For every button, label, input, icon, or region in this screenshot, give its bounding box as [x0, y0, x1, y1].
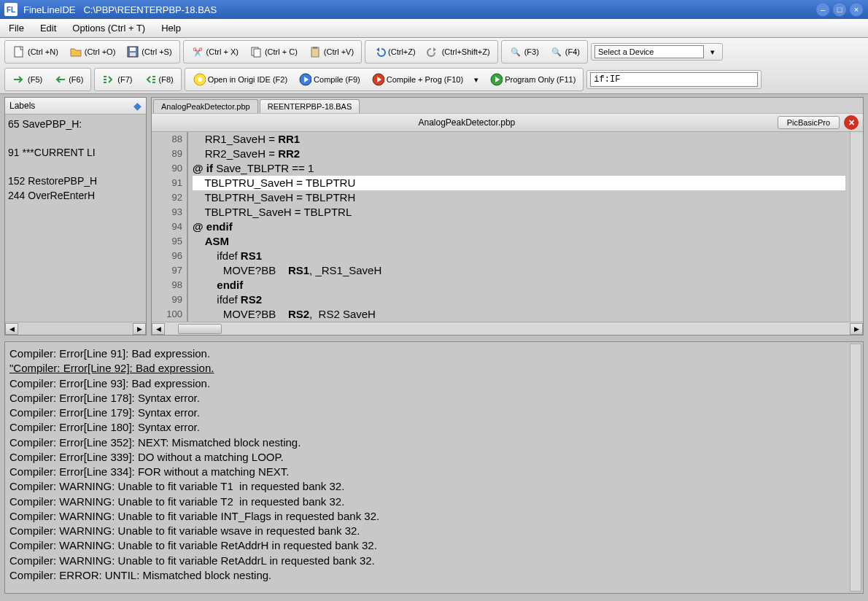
- tab-analog[interactable]: AnalogPeakDetector.pbp: [153, 99, 258, 113]
- code-line[interactable]: TBLPTRU_SaveH = TBLPTRU: [193, 176, 845, 190]
- output-line[interactable]: Compiler: ERROR: UNTIL: Mismatched block…: [9, 568, 859, 583]
- labels-row[interactable]: 152 RestorePBP_H: [8, 174, 143, 189]
- new-button[interactable]: (Ctrl +N): [8, 42, 63, 61]
- language-button[interactable]: PicBasicPro: [778, 116, 840, 129]
- labels-panel: Labels◆ 65 SavePBP_H: 91 ***CURRENT LI 1…: [4, 97, 147, 336]
- output-vscrollbar[interactable]: [850, 344, 861, 592]
- dropdown-arrow-icon[interactable]: ▾: [470, 73, 483, 86]
- output-line[interactable]: Compiler: WARNING: Unable to fit variabl…: [9, 495, 859, 509]
- editor-vscrollbar[interactable]: [850, 132, 863, 322]
- f8-button[interactable]: (F8): [139, 70, 178, 89]
- output-line[interactable]: Compiler: WARNING: Unable to fit variabl…: [9, 538, 859, 553]
- code-line[interactable]: TBLPTRL_SaveH = TBLPTRL: [193, 205, 845, 220]
- paste-button[interactable]: (Ctrl +V): [304, 42, 358, 61]
- compile-prog-button[interactable]: Compile + Prog (F10): [367, 70, 468, 89]
- output-line[interactable]: Compiler: Error[Line 352]: NEXT: Mismatc…: [9, 435, 859, 450]
- maximize-button[interactable]: □: [832, 2, 847, 17]
- search-icon: 🔍: [509, 45, 522, 58]
- new-file-icon: [12, 45, 26, 58]
- labels-row[interactable]: 91 ***CURRENT LI: [8, 146, 143, 160]
- menu-help[interactable]: Help: [158, 21, 184, 35]
- code-line[interactable]: ifdef RS2: [193, 292, 845, 307]
- code-line[interactable]: endif: [193, 278, 845, 292]
- search-next-icon: 🔍: [550, 45, 563, 58]
- menu-file[interactable]: File: [6, 21, 27, 35]
- labels-row[interactable]: [8, 160, 143, 175]
- save-icon: [126, 45, 139, 58]
- output-line[interactable]: Compiler: Error[Line 339]: DO without a …: [9, 450, 859, 465]
- scrollbar-thumb[interactable]: [178, 324, 222, 334]
- output-line[interactable]: Compiler: WARNING: Unable to fit variabl…: [9, 509, 859, 524]
- code-line[interactable]: MOVE?BB RS2, RS2 SaveH: [193, 307, 845, 322]
- labels-hscrollbar[interactable]: ◀▶: [5, 322, 146, 335]
- save-button[interactable]: (Ctrl +S): [122, 42, 176, 61]
- editor-hscrollbar[interactable]: ◀▶: [152, 322, 863, 335]
- scissors-icon: ✂️: [191, 45, 204, 58]
- labels-row[interactable]: 65 SavePBP_H:: [8, 117, 143, 132]
- minimize-button[interactable]: –: [815, 2, 830, 17]
- code-area[interactable]: RR1_SaveH = RR1 RR2_SaveH = RR2@ if Save…: [188, 132, 850, 322]
- menu-bar: File Edit Options (Ctrl + T) Help: [0, 19, 868, 38]
- bulb-icon: [193, 73, 206, 86]
- editor-header: AnalogPeakDetector.pbp PicBasicPro ✕: [152, 113, 863, 132]
- svg-rect-2: [130, 47, 136, 51]
- editor-close-button[interactable]: ✕: [844, 115, 859, 130]
- dropdown-icon[interactable]: ▾: [706, 45, 719, 58]
- redo-icon: [427, 45, 440, 58]
- app-logo: FL: [4, 3, 18, 16]
- code-line[interactable]: TBLPTRH_SaveH = TBLPTRH: [193, 190, 845, 205]
- indent-icon: [102, 73, 115, 86]
- f7-button[interactable]: (F7): [98, 70, 136, 89]
- menu-options[interactable]: Options (Ctrl + T): [69, 21, 148, 35]
- f6-button[interactable]: (F6): [49, 70, 88, 89]
- menu-edit[interactable]: Edit: [37, 21, 59, 35]
- find-next-button[interactable]: 🔍(F4): [546, 42, 584, 61]
- output-line[interactable]: "Compiler: Error[Line 92]: Bad expressio…: [9, 361, 859, 376]
- output-line[interactable]: Compiler: WARNING: Unable to fit variabl…: [9, 554, 859, 568]
- labels-header[interactable]: Labels◆: [5, 98, 146, 115]
- close-button[interactable]: ×: [849, 2, 864, 17]
- play-green-icon: [489, 73, 503, 86]
- code-line[interactable]: MOVE?BB RS1, _RS1_SaveH: [193, 263, 845, 278]
- code-line[interactable]: ASM: [193, 234, 845, 249]
- output-line[interactable]: Compiler: Error[Line 93]: Bad expression…: [9, 376, 859, 391]
- if-input[interactable]: [590, 72, 758, 87]
- scroll-right-button[interactable]: ▶: [850, 323, 863, 335]
- code-line[interactable]: RR2_SaveH = RR2: [193, 147, 845, 161]
- svg-rect-7: [313, 47, 317, 49]
- output-line[interactable]: Compiler: Error[Line 179]: Syntax error.: [9, 406, 859, 420]
- open-button[interactable]: (Ctrl +O): [65, 42, 120, 61]
- find-button[interactable]: 🔍(F3): [505, 42, 543, 61]
- cut-button[interactable]: ✂️(Ctrl + X): [187, 42, 243, 61]
- output-panel[interactable]: Compiler: Error[Line 91]: Bad expression…: [4, 341, 864, 594]
- compile-button[interactable]: Compile (F9): [294, 70, 365, 89]
- code-line[interactable]: ifdef RS1: [193, 249, 845, 263]
- output-line[interactable]: Compiler: WARNING: Unable to fit variabl…: [9, 479, 859, 494]
- code-line[interactable]: RR1_SaveH = RR1: [193, 132, 845, 147]
- f5-button[interactable]: (F5): [8, 70, 47, 89]
- scroll-left-button[interactable]: ◀: [5, 323, 18, 335]
- labels-row[interactable]: [8, 132, 143, 147]
- svg-point-9: [198, 77, 202, 82]
- svg-rect-3: [130, 53, 136, 56]
- open-origi-button[interactable]: Open in Origi IDE (F2): [188, 70, 292, 89]
- output-line[interactable]: Compiler: Error[Line 334]: FOR without a…: [9, 465, 859, 479]
- labels-list[interactable]: 65 SavePBP_H: 91 ***CURRENT LI 152 Resto…: [5, 115, 146, 322]
- code-line[interactable]: @ if Save_TBLPTR == 1: [193, 161, 845, 176]
- output-line[interactable]: Compiler: Error[Line 180]: Syntax error.: [9, 420, 859, 435]
- output-line[interactable]: Compiler: WARNING: Unable to fit variabl…: [9, 524, 859, 538]
- scroll-left-button[interactable]: ◀: [152, 323, 165, 335]
- program-only-button[interactable]: Program Only (F11): [485, 70, 580, 89]
- scroll-right-button[interactable]: ▶: [133, 323, 146, 335]
- code-line[interactable]: @ endif: [193, 220, 845, 234]
- redo-button[interactable]: (Ctrl+Shift+Z): [422, 42, 495, 61]
- svg-rect-5: [254, 49, 260, 57]
- tab-reenter[interactable]: REENTERPBP-18.BAS: [260, 99, 360, 113]
- undo-button[interactable]: (Ctrl+Z): [368, 42, 420, 61]
- copy-button[interactable]: (Ctrl + C): [245, 42, 302, 61]
- labels-row[interactable]: 244 OverReEnterH: [8, 189, 143, 203]
- output-line[interactable]: Compiler: Error[Line 91]: Bad expression…: [9, 346, 859, 361]
- title-bar: FL FineLineIDE C:\PBP\REENTERPBP-18.BAS …: [0, 0, 868, 19]
- device-select[interactable]: [594, 45, 704, 58]
- output-line[interactable]: Compiler: Error[Line 178]: Syntax error.: [9, 391, 859, 406]
